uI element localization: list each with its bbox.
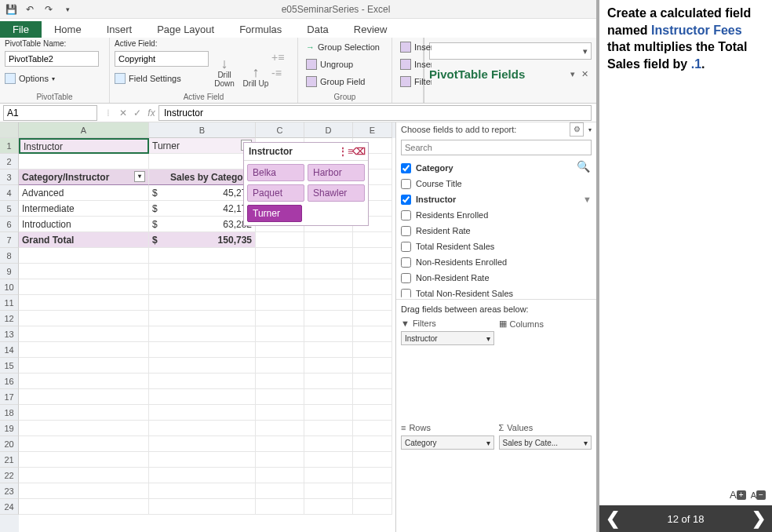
ptf-field-list[interactable]: 🔍 Category Course Title Instructor▼ Resi… [396,160,596,297]
cell-b6[interactable]: $63,282 [149,217,256,232]
enter-icon[interactable]: ✓ [130,107,144,118]
slicer-item-turner[interactable]: Turner [247,205,302,222]
row-header[interactable]: 15 [0,358,19,373]
tab-insert[interactable]: Insert [94,21,145,38]
row-header[interactable]: 6 [0,217,19,232]
row-header[interactable]: 2 [0,154,19,169]
slicer-item-paquet[interactable]: Paquet [247,184,304,202]
cancel-icon[interactable]: ✕ [116,107,130,118]
slicer-item-harbor[interactable]: Harbor [308,164,365,181]
qat-customize-icon[interactable]: ▾ [60,2,75,17]
tab-home[interactable]: Home [42,21,94,38]
insert-timeline-button[interactable]: Insert [397,56,435,72]
field-category-checkbox[interactable] [401,163,411,173]
slicer-item-belka[interactable]: Belka [247,164,304,181]
active-field-input[interactable] [115,51,209,67]
insert-slicer-button[interactable]: Insert [397,39,435,55]
row-header[interactable]: 18 [0,405,19,421]
field-totalresidentsales-checkbox[interactable] [401,242,411,252]
filters-chip-instructor[interactable]: Instructor▾ [401,331,494,345]
row-header[interactable]: 19 [0,421,19,436]
row-header[interactable]: 17 [0,389,19,405]
col-header[interactable]: C [256,122,304,138]
field-residentsenrolled-checkbox[interactable] [401,210,411,220]
field-totalnonresidentsales-checkbox[interactable] [401,289,411,298]
font-increase-button[interactable]: A+ [730,489,746,501]
field-settings-button[interactable]: Field Settings [115,71,209,86]
row-header[interactable]: 13 [0,326,19,342]
cell-b1[interactable]: Turner▾ [149,138,256,154]
formula-bar[interactable] [158,105,592,121]
row-header[interactable]: 1 [0,138,19,154]
font-decrease-button[interactable]: A− [751,489,766,501]
field-nonresidentsenrolled-checkbox[interactable] [401,257,411,268]
cell-a4[interactable]: Advanced [19,185,149,201]
tab-formulas[interactable]: Formulas [227,21,294,38]
close-icon[interactable]: ✕ [578,69,592,79]
group-selection-button[interactable]: → Group Selection [303,39,383,55]
row-header[interactable]: 9 [0,264,19,279]
row-header[interactable]: 12 [0,311,19,326]
tab-review[interactable]: Review [341,21,400,38]
row-header[interactable]: 21 [0,452,19,468]
options-button[interactable]: Options ▾ [5,71,99,86]
row-header[interactable]: 7 [0,232,19,248]
drill-down-button[interactable]: ↓ Drill Down [209,39,240,91]
clear-filter-icon[interactable]: ⌫ [352,146,363,157]
undo-icon[interactable]: ↶ [22,2,38,17]
ungroup-button[interactable]: Ungroup [303,56,383,72]
fx-icon[interactable]: fx [144,107,158,118]
col-header[interactable]: B [149,122,256,138]
col-header[interactable]: D [304,122,353,138]
drill-up-button[interactable]: ↑ Drill Up [240,39,271,91]
row-header[interactable]: 3 [0,169,19,185]
col-header[interactable]: A [19,122,149,138]
field-coursetitle-checkbox[interactable] [401,179,411,189]
field-nonresidentrate-checkbox[interactable] [401,273,411,283]
values-chip-sales[interactable]: Sales by Cate...▾ [499,435,592,450]
search-icon[interactable]: 🔍 [577,160,590,173]
field-residentrate-checkbox[interactable] [401,226,411,236]
ptf-search-input[interactable] [401,140,592,155]
redo-icon[interactable]: ↷ [41,2,56,17]
row-header[interactable]: 5 [0,201,19,217]
cell-a6[interactable]: Introduction [19,217,149,232]
row-header[interactable]: 23 [0,483,19,499]
select-all[interactable] [0,122,19,138]
ptf-dropdown-icon[interactable]: ▾ [567,69,578,79]
row-header[interactable]: 22 [0,468,19,483]
filter-icon[interactable]: ▾ [134,171,145,182]
tab-data[interactable]: Data [294,21,340,38]
multi-select-icon[interactable]: ⋮≡ [338,146,349,157]
next-step-button[interactable]: ❯ [745,508,772,529]
name-box[interactable] [3,105,97,121]
col-header[interactable]: E [353,122,392,138]
cell-a1[interactable]: Instructor [19,138,149,154]
ribbon-combo[interactable]: ▾ [429,42,592,60]
tab-pagelayout[interactable]: Page Layout [144,21,227,38]
cell-a3[interactable]: Category/Instructor▾ [19,169,149,185]
row-header[interactable]: 8 [0,248,19,264]
pivottable-name-input[interactable] [5,51,99,67]
tab-file[interactable]: File [0,21,42,38]
cell-a7[interactable]: Grand Total [19,232,149,248]
cell-b4[interactable]: $45,279 [149,185,256,201]
row-header[interactable]: 20 [0,436,19,452]
rows-chip-category[interactable]: Category▾ [401,435,494,450]
row-header[interactable]: 4 [0,185,19,201]
field-instructor-checkbox[interactable] [401,195,411,205]
save-icon[interactable]: 💾 [3,2,19,17]
row-header[interactable]: 16 [0,373,19,389]
row-header[interactable]: 24 [0,499,19,515]
slicer-instructor[interactable]: Instructor ⋮≡ ⌫ Belka Harbor Paquet Shaw… [243,142,369,226]
cell-b5[interactable]: $42,174 [149,201,256,217]
filter-connections-button[interactable]: Filter [397,74,435,89]
slicer-item-shawler[interactable]: Shawler [308,184,365,202]
prev-step-button[interactable]: ❮ [599,508,626,529]
gear-icon[interactable]: ⚙ [570,122,584,137]
cell-b7[interactable]: $150,735 [149,232,256,248]
cell-b3[interactable]: Sales by Category [149,169,256,185]
row-header[interactable]: 11 [0,295,19,311]
expand-icon[interactable]: +≡ [271,51,284,64]
row-header[interactable]: 10 [0,279,19,295]
